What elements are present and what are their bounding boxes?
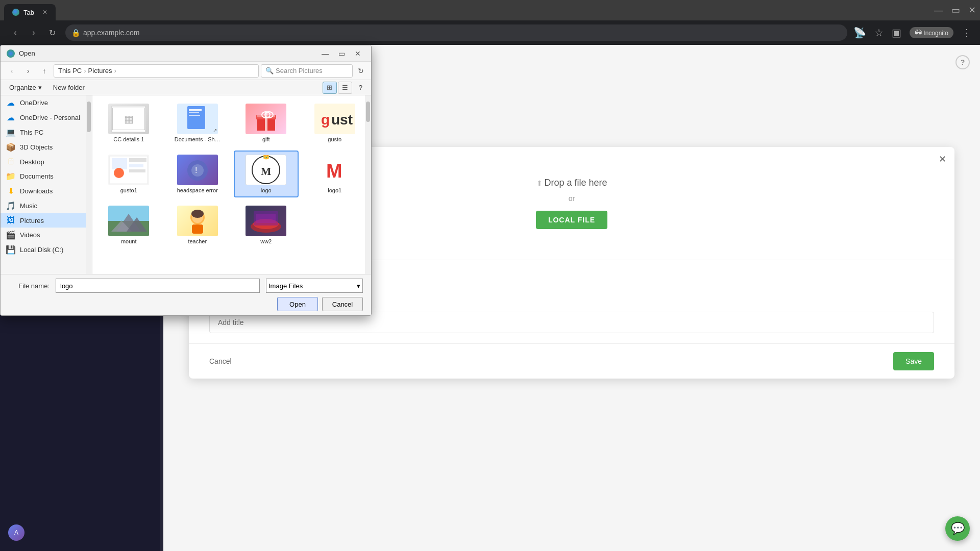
file-name-logo1: logo1 [328,187,341,193]
file-item-docs-shortcut[interactable]: ↗ Documents - Shortcut [165,99,230,146]
svg-rect-8 [189,115,200,116]
browser-menu-icon[interactable]: ⋮ [962,27,972,39]
nav-item-videos[interactable]: 🎬 Videos [1,228,92,242]
modal-save-button[interactable]: Save [893,352,934,370]
file-item-gusto1[interactable]: gusto1 [96,151,161,197]
3d-objects-icon: 📦 [6,142,16,152]
view-buttons: ⊞ ☰ [323,82,352,94]
file-item-mount[interactable]: mount [96,202,161,248]
dialog-up-button[interactable]: ↑ [37,65,52,77]
nav-item-onedrive[interactable]: ☁ OneDrive [1,95,92,110]
logo1-svg: M [317,156,353,184]
dialog-titlebar: Open ― ▭ ✕ [1,45,371,62]
modal-cancel-button[interactable]: Cancel [209,357,232,365]
chat-bubble[interactable]: 💬 [945,516,970,541]
nav-item-music[interactable]: 🎵 Music [1,198,92,213]
nav-item-downloads[interactable]: ⬇ Downloads [1,184,92,198]
svg-rect-4 [113,118,141,119]
list-view-button[interactable]: ☰ [338,82,352,94]
file-item-gift[interactable]: gift [234,99,299,146]
svg-point-19 [114,168,124,178]
dialog-maximize-button[interactable]: ▭ [334,48,349,59]
svg-rect-7 [189,112,199,113]
help-icon[interactable]: ? [955,55,970,69]
file-item-cc-details[interactable]: CC details 1 [96,99,161,146]
upload-modal-close-button[interactable]: ✕ [936,153,948,165]
this-pc-icon: 💻 [6,128,16,137]
file-grid-scrollbar-thumb [366,102,370,122]
file-item-logo[interactable]: 👑 M logo [234,151,299,197]
nav-item-local-disk[interactable]: 💾 Local Disk (C:) [1,242,92,257]
file-grid-scrollbar[interactable] [365,95,371,274]
svg-point-24 [191,164,204,177]
back-button[interactable]: ‹ [8,26,22,40]
nav-item-documents[interactable]: 📁 Documents [1,169,92,184]
sidebar-avatar-area: A [8,524,24,541]
filename-label: File name: [9,282,50,290]
file-item-logo1[interactable]: M logo1 [303,151,368,197]
svg-rect-3 [113,115,139,116]
dialog-search-bar[interactable]: 🔍 Search Pictures [261,64,353,78]
svg-text:usto: usto [331,112,353,128]
browser-close-icon[interactable]: ✕ [968,5,976,16]
svg-rect-22 [129,169,145,172]
local-file-button[interactable]: LOCAL FILE [536,211,607,229]
chrome-topbar: Tab ✕ ― ▭ ✕ [0,0,980,20]
filetype-label: Image Files [268,282,303,290]
logo-letter: M [261,165,272,178]
svg-rect-33 [192,224,203,234]
dialog-close-button[interactable]: ✕ [351,48,365,59]
file-thumb-logo1: M [314,155,355,185]
maximize-icon[interactable]: ▭ [951,5,960,16]
active-tab[interactable]: Tab ✕ [4,4,56,20]
svg-text:!: ! [195,166,197,174]
search-icon: 🔍 [265,67,274,74]
nav-item-onedrive-personal[interactable]: ☁ OneDrive - Personal [1,110,92,125]
file-item-headspace-error[interactable]: ! headspace error [165,151,230,197]
nav-item-3d-objects[interactable]: 📦 3D Objects [1,140,92,155]
user-avatar[interactable]: A [8,524,24,541]
gusto1-svg [109,155,149,185]
file-name-docs-shortcut: Documents - Shortcut [175,136,220,142]
dialog-minimize-button[interactable]: ― [318,48,332,59]
minimize-icon[interactable]: ― [934,5,943,16]
nav-item-this-pc[interactable]: 💻 This PC [1,125,92,140]
browser-nav-icons: ‹ › ↻ [8,26,59,40]
forward-button[interactable]: › [27,26,41,40]
file-item-ww2[interactable]: ww2 [234,202,299,248]
dialog-back-button[interactable]: ‹ [5,65,19,77]
new-folder-button[interactable]: New folder [48,82,89,94]
file-name-logo: logo [261,187,272,193]
tab-close-icon[interactable]: ✕ [42,9,47,16]
grid-view-button[interactable]: ⊞ [323,82,337,94]
cast-icon[interactable]: 📡 [853,27,866,39]
dialog-path-bar[interactable]: This PC › Pictures › [54,64,259,78]
dialog-cancel-button[interactable]: Cancel [322,297,363,311]
file-thumb-cc-details [108,104,149,134]
star-icon[interactable]: ☆ [874,27,884,39]
organize-button[interactable]: Organize ▾ [5,82,46,94]
address-lock-icon: 🔒 [71,29,80,37]
filename-input[interactable] [56,279,260,293]
dialog-open-button[interactable]: Open [277,297,318,311]
dialog-forward-button[interactable]: › [21,65,35,77]
ww2-svg [246,206,286,236]
address-bar[interactable]: 🔒 app.example.com [65,24,847,41]
file-nav-panel: ☁ OneDrive ☁ OneDrive - Personal 💻 This … [1,95,92,274]
filetype-select[interactable]: Image Files ▾ [266,279,363,293]
nav-documents-label: Documents [20,172,54,180]
nav-scrollbar[interactable] [86,95,92,274]
file-action-row: Open Cancel [9,297,363,311]
file-item-teacher[interactable]: teacher [165,202,230,248]
reload-button[interactable]: ↻ [45,26,59,40]
dialog-refresh-button[interactable]: ↻ [355,65,367,77]
nav-onedrive-personal-label: OneDrive - Personal [20,114,80,121]
nav-item-desktop[interactable]: 🖥 Desktop [1,155,92,169]
chrome-tabs: Tab ✕ [4,0,930,20]
tab-favicon [12,9,19,16]
search-placeholder-text: Search Pictures [276,67,323,74]
help-button[interactable]: ? [354,82,367,94]
file-item-gusto[interactable]: g usto gusto [303,99,368,146]
tab-search-icon[interactable]: ▣ [892,27,901,39]
nav-item-pictures[interactable]: 🖼 Pictures [1,213,92,228]
